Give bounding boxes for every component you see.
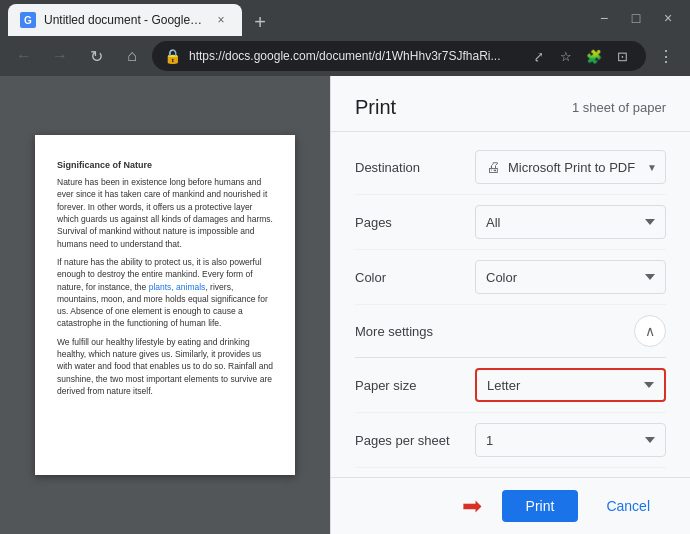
tab-close-button[interactable]: × xyxy=(212,11,230,29)
minimize-button[interactable]: − xyxy=(590,4,618,32)
close-window-button[interactable]: × xyxy=(654,4,682,32)
printer-icon: 🖨 xyxy=(486,159,500,175)
tab-favicon: G xyxy=(20,12,36,28)
destination-arrow-icon: ▼ xyxy=(647,162,657,173)
print-arrow-indicator: ➡ xyxy=(462,492,482,520)
pages-per-sheet-label: Pages per sheet xyxy=(355,433,475,448)
paragraph-1: Nature has been in existence long before… xyxy=(57,176,273,250)
active-tab[interactable]: G Untitled document - Google Doc × xyxy=(8,4,242,36)
window-controls: − □ × xyxy=(590,4,682,32)
cancel-button[interactable]: Cancel xyxy=(590,490,666,522)
tab-strip: G Untitled document - Google Doc × + xyxy=(8,0,590,36)
pages-per-sheet-control: 1 2 4 6 9 16 xyxy=(475,423,666,457)
pages-control: All Custom xyxy=(475,205,666,239)
print-panel: Print 1 sheet of paper Destination 🖨 Mic… xyxy=(330,76,690,534)
pages-per-sheet-row: Pages per sheet 1 2 4 6 9 16 xyxy=(355,413,666,468)
address-bar[interactable]: 🔒 https://docs.google.com/document/d/1Wh… xyxy=(152,41,646,71)
share-icon[interactable]: ⤤ xyxy=(526,44,550,68)
forward-button[interactable]: → xyxy=(44,40,76,72)
color-row: Color Color Black and white xyxy=(355,250,666,305)
back-button[interactable]: ← xyxy=(8,40,40,72)
print-footer: ➡ Print Cancel xyxy=(331,477,690,534)
pages-per-sheet-select[interactable]: 1 2 4 6 9 16 xyxy=(475,423,666,457)
print-button[interactable]: Print xyxy=(502,490,579,522)
tab-title: Untitled document - Google Doc xyxy=(44,13,204,27)
address-actions: ⤤ ☆ 🧩 ⊡ xyxy=(526,44,634,68)
print-title: Print xyxy=(355,96,396,119)
nav-bar: ← → ↻ ⌂ 🔒 https://docs.google.com/docume… xyxy=(0,36,690,76)
destination-value: Microsoft Print to PDF xyxy=(508,160,635,175)
maximize-button[interactable]: □ xyxy=(622,4,650,32)
pages-row: Pages All Custom xyxy=(355,195,666,250)
document-preview: Significance of Nature Nature has been i… xyxy=(0,76,330,534)
destination-control: 🖨 Microsoft Print to PDF ▼ xyxy=(475,150,666,184)
print-heading: Print xyxy=(355,96,396,119)
paper-document: Significance of Nature Nature has been i… xyxy=(35,135,295,475)
pages-label: Pages xyxy=(355,215,475,230)
bookmark-icon[interactable]: ☆ xyxy=(554,44,578,68)
title-bar: G Untitled document - Google Doc × + − □… xyxy=(0,0,690,36)
chevron-up-icon: ∧ xyxy=(645,323,655,339)
home-button[interactable]: ⌂ xyxy=(116,40,148,72)
paragraph-2: If nature has the ability to protect us,… xyxy=(57,256,273,330)
paper-size-select[interactable]: Letter Legal A4 A3 xyxy=(475,368,666,402)
destination-select[interactable]: 🖨 Microsoft Print to PDF ▼ xyxy=(475,150,666,184)
new-tab-button[interactable]: + xyxy=(246,8,274,36)
pages-select[interactable]: All Custom xyxy=(475,205,666,239)
color-control: Color Black and white xyxy=(475,260,666,294)
destination-label: Destination xyxy=(355,160,475,175)
paper-size-label: Paper size xyxy=(355,378,475,393)
main-content: Significance of Nature Nature has been i… xyxy=(0,76,690,534)
color-label: Color xyxy=(355,270,475,285)
menu-button[interactable]: ⋮ xyxy=(650,40,682,72)
paragraph-3: We fulfill our healthy lifestyle by eati… xyxy=(57,336,273,398)
plants-animals-link[interactable]: plants, animals xyxy=(149,282,206,292)
print-header: Print 1 sheet of paper xyxy=(331,76,690,132)
lock-icon: 🔒 xyxy=(164,48,181,64)
cast-icon[interactable]: ⊡ xyxy=(610,44,634,68)
browser-frame: G Untitled document - Google Doc × + − □… xyxy=(0,0,690,534)
more-settings-row: More settings ∧ xyxy=(355,305,666,358)
extensions-icon[interactable]: 🧩 xyxy=(582,44,606,68)
paper-size-control: Letter Legal A4 A3 xyxy=(475,368,666,402)
reload-button[interactable]: ↻ xyxy=(80,40,112,72)
sheet-count: 1 sheet of paper xyxy=(572,100,666,115)
address-text: https://docs.google.com/document/d/1WhHh… xyxy=(189,49,518,63)
more-settings-label: More settings xyxy=(355,324,634,339)
destination-row: Destination 🖨 Microsoft Print to PDF ▼ xyxy=(355,140,666,195)
panel-body: Destination 🖨 Microsoft Print to PDF ▼ P… xyxy=(331,132,690,477)
paper-size-row: Paper size Letter Legal A4 A3 xyxy=(355,358,666,413)
more-settings-toggle-button[interactable]: ∧ xyxy=(634,315,666,347)
color-select[interactable]: Color Black and white xyxy=(475,260,666,294)
document-title: Significance of Nature xyxy=(57,159,273,172)
nav-right-controls: ⋮ xyxy=(650,40,682,72)
